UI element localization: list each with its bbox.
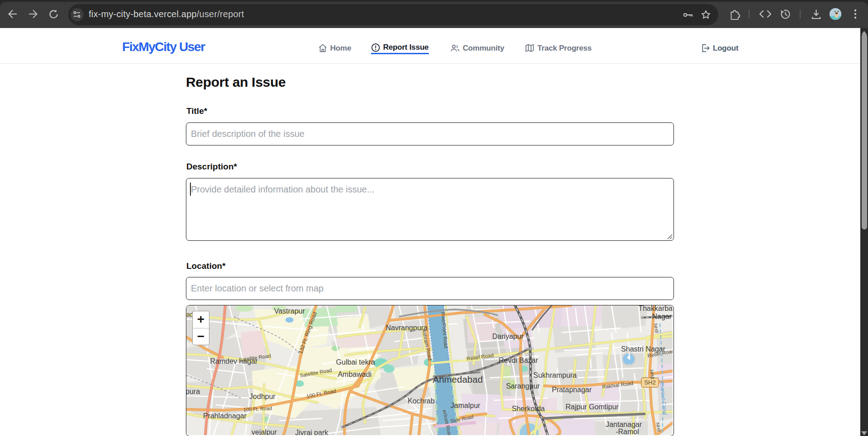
- svg-text:SH2: SH2: [644, 379, 655, 386]
- svg-text:Sukhrampura: Sukhrampura: [533, 371, 577, 379]
- svg-text:Jodhpur: Jodhpur: [249, 393, 275, 400]
- svg-text:Kochrab: Kochrab: [408, 397, 435, 405]
- svg-text:-Ramol: -Ramol: [616, 428, 639, 435]
- svg-text:pura: pura: [186, 388, 200, 395]
- svg-text:Pratapnagar: Pratapnagar: [552, 386, 592, 394]
- svg-text:Sherkotda: Sherkotda: [512, 405, 545, 413]
- svg-text:Jivraj park: Jivraj park: [295, 429, 329, 435]
- svg-text:Nagar: Nagar: [652, 313, 672, 320]
- svg-text:Revdi Bazar: Revdi Bazar: [498, 356, 538, 364]
- svg-text:Ambawadi: Ambawadi: [338, 370, 372, 378]
- svg-text:Thakkarba: Thakkarba: [638, 305, 673, 312]
- svg-text:Prahladnagar: Prahladnagar: [203, 412, 247, 420]
- svg-text:Vastrapur: Vastrapur: [274, 307, 305, 315]
- svg-text:Jantanagar: Jantanagar: [606, 421, 642, 428]
- svg-text:Ahmedabad: Ahmedabad: [433, 374, 483, 384]
- svg-text:Rajpur Gomtipur: Rajpur Gomtipur: [565, 403, 619, 411]
- svg-text:NH8: NH8: [649, 370, 655, 380]
- svg-text:Gulbai tekra: Gulbai tekra: [336, 358, 375, 366]
- svg-text:vejalpur: vejalpur: [251, 428, 277, 435]
- svg-text:Jamalpur: Jamalpur: [451, 402, 480, 409]
- svg-text:Dariyapur: Dariyapur: [492, 333, 524, 340]
- svg-text:Sarangpur: Sarangpur: [506, 382, 540, 390]
